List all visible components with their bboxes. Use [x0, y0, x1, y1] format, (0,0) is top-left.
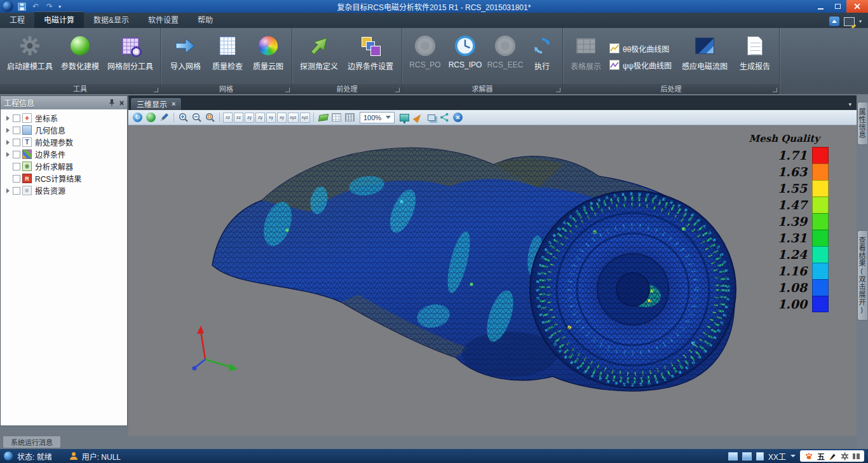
- quality-check-button[interactable]: 质量检查: [207, 30, 248, 83]
- rcs-ipo-solver-button[interactable]: RCS_IPO: [445, 30, 485, 83]
- view-orientation-button-4[interactable]: zy: [255, 113, 265, 123]
- minimize-button[interactable]: [812, 0, 829, 13]
- probe-angle-button[interactable]: 探测角定义: [295, 30, 342, 83]
- taskbar-panel-icon-2[interactable]: [742, 452, 752, 460]
- mesh-view-button[interactable]: [344, 111, 356, 123]
- layers-button[interactable]: [425, 111, 437, 123]
- tree-checkbox[interactable]: [13, 127, 20, 134]
- tree-checkbox[interactable]: [13, 163, 20, 170]
- export-image-button[interactable]: [438, 111, 451, 123]
- annotate-button[interactable]: [412, 111, 424, 123]
- expander-icon[interactable]: [6, 116, 10, 121]
- tree-checkbox[interactable]: [13, 139, 20, 146]
- close-button[interactable]: [846, 0, 868, 13]
- panel-tab-system-messages[interactable]: 系统运行消息: [3, 436, 61, 448]
- ime-keyboard-icon[interactable]: [853, 453, 860, 459]
- quick-access-toolbar: ↶ ↷ ▾: [17, 2, 61, 11]
- screenshot-button[interactable]: [398, 111, 410, 123]
- tab-data-display[interactable]: 数据&显示: [84, 11, 139, 28]
- view-orientation-button-6[interactable]: xy: [277, 113, 287, 123]
- ime-mode-indicator[interactable]: 五: [817, 451, 825, 462]
- expander-icon[interactable]: [6, 152, 10, 157]
- view-orientation-button-7[interactable]: xyz: [288, 113, 299, 123]
- zoom-fit-button[interactable]: [204, 111, 216, 123]
- panel-close-icon[interactable]: ×: [119, 99, 124, 107]
- view-orientation-button-5[interactable]: xy: [266, 113, 276, 123]
- view-orientation-button-8[interactable]: xyz: [300, 113, 311, 123]
- taskbar-panel-icon-1[interactable]: [728, 452, 738, 460]
- share-icon: [440, 113, 449, 122]
- ime-toolbar[interactable]: 五: [800, 450, 864, 462]
- tree-item-preprocess-params[interactable]: 前处理参数: [1, 136, 127, 148]
- tab-project[interactable]: 工程: [0, 11, 34, 28]
- zoom-in-button[interactable]: [177, 111, 189, 123]
- table-display-button[interactable]: 表格展示: [566, 30, 606, 83]
- qat-dropdown-icon[interactable]: ▾: [58, 4, 61, 10]
- ime-settings-icon[interactable]: [841, 452, 849, 460]
- mesh-partition-tool-button[interactable]: 网格剖分工具: [104, 30, 157, 83]
- tree-checkbox[interactable]: [13, 187, 20, 195]
- tray-dropdown-icon[interactable]: [790, 455, 796, 457]
- rcs-po-solver-button[interactable]: RCS_PO: [405, 30, 445, 83]
- display-style-icon[interactable]: [844, 17, 855, 26]
- 3d-viewport[interactable]: Mesh Quality 1.71 1.63 1.55 1.47 1.39 1.…: [128, 125, 857, 436]
- psi-polar-curve-button[interactable]: ψψ极化曲线图: [609, 60, 672, 71]
- shaded-view-button[interactable]: [317, 111, 329, 123]
- tree-item-geometry-info[interactable]: 几何信息: [1, 124, 127, 136]
- launch-modeling-tool-button[interactable]: 启动建模工具: [3, 30, 57, 83]
- tree-item-analysis-solver[interactable]: 分析求解器: [1, 160, 127, 172]
- boundary-settings-button[interactable]: 边界条件设置: [342, 30, 398, 83]
- redo-button[interactable]: ↷: [44, 2, 55, 11]
- clear-view-button[interactable]: ✕: [452, 111, 464, 123]
- save-button[interactable]: [17, 2, 27, 11]
- ime-logo-icon[interactable]: [804, 452, 813, 460]
- tab-software-settings[interactable]: 软件设置: [139, 11, 188, 28]
- theta-polar-curve-button[interactable]: θθ极化曲线图: [609, 43, 672, 54]
- wireframe-view-button[interactable]: [330, 111, 342, 123]
- tab-em-computation[interactable]: 电磁计算: [34, 11, 84, 28]
- tree-item-rcs-results[interactable]: RCS计算结果: [1, 172, 127, 184]
- rotate-view-button[interactable]: ↻: [132, 111, 144, 123]
- tab-list-dropdown-icon[interactable]: ▾: [848, 101, 851, 107]
- generate-report-button[interactable]: 生成报告: [734, 30, 776, 83]
- execute-button[interactable]: 执行: [525, 30, 559, 83]
- zoom-out-button[interactable]: [191, 111, 203, 123]
- select-pointer-button[interactable]: [158, 111, 170, 123]
- orbit-view-button[interactable]: [145, 111, 157, 123]
- layered-squares-icon: [360, 34, 381, 57]
- taskbar-panel-icon-3[interactable]: [756, 452, 764, 460]
- undo-button[interactable]: ↶: [31, 2, 41, 11]
- expander-icon[interactable]: [6, 188, 10, 193]
- tree-item-coordinate-system[interactable]: 坐标系: [1, 112, 127, 124]
- menubar-dropdown-icon[interactable]: ▾: [859, 18, 862, 24]
- tray-app-label[interactable]: XX工: [768, 451, 786, 462]
- view-orientation-button-2[interactable]: xz: [234, 113, 243, 123]
- tree-item-boundary-conditions[interactable]: 边界条件: [1, 148, 127, 160]
- tab-help[interactable]: 帮助: [188, 11, 222, 28]
- panel-tab-view-results[interactable]: 查看结果(双击展开): [857, 230, 867, 321]
- pin-icon[interactable]: [109, 99, 115, 107]
- app-logo-icon[interactable]: [3, 1, 13, 11]
- geometry-icon: [22, 125, 32, 135]
- ime-brush-icon[interactable]: [829, 452, 837, 460]
- quality-cloud-map-button[interactable]: 质量云图: [248, 30, 288, 83]
- view-orientation-button-1[interactable]: xz: [223, 113, 233, 123]
- collapse-ribbon-button[interactable]: [829, 17, 839, 26]
- tab-3d-display[interactable]: 三维显示 ×: [130, 97, 182, 110]
- tree-checkbox[interactable]: [13, 151, 20, 158]
- view-orientation-button-3[interactable]: zy: [245, 113, 254, 123]
- tree-checkbox[interactable]: [13, 175, 20, 183]
- panel-tab-properties[interactable]: 属性信息: [857, 102, 867, 145]
- zoom-level-select[interactable]: 100%: [360, 112, 395, 123]
- rcs-eec-solver-button[interactable]: RCS_EEC: [485, 30, 525, 83]
- expander-icon[interactable]: [6, 140, 10, 145]
- tree-item-report-resources[interactable]: 报告资源: [1, 184, 127, 197]
- induced-current-map-button[interactable]: 感应电磁流图: [675, 30, 734, 83]
- maximize-button[interactable]: [829, 0, 846, 13]
- tree-checkbox[interactable]: [13, 114, 20, 122]
- expander-icon[interactable]: [6, 128, 10, 133]
- 3d-mesh-model[interactable]: [128, 125, 857, 436]
- import-mesh-button[interactable]: 导入网格: [164, 30, 207, 83]
- parametric-modeling-button[interactable]: 参数化建模: [57, 30, 104, 83]
- tab-close-icon[interactable]: ×: [172, 100, 175, 107]
